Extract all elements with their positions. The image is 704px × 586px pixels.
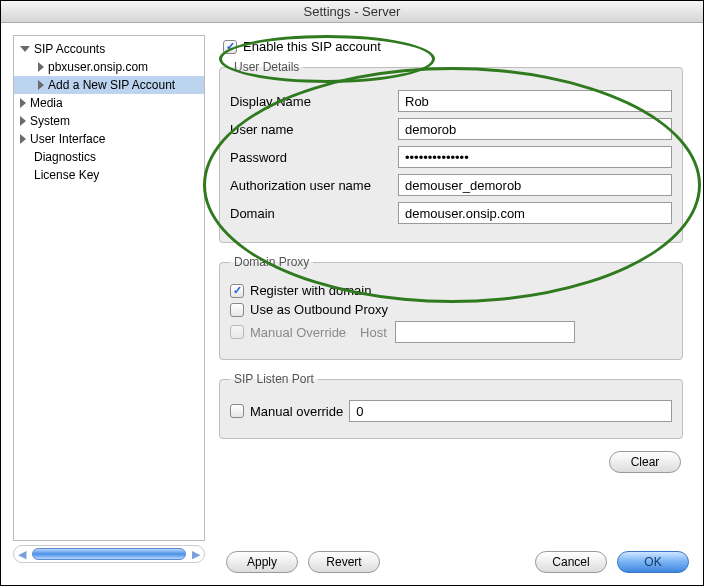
sip-listen-port-group: SIP Listen Port Manual override [219, 372, 683, 439]
tree-label: Diagnostics [34, 150, 96, 164]
auth-user-label: Authorization user name [230, 178, 398, 193]
manual-override-port-label: Manual override [250, 404, 343, 419]
settings-tree[interactable]: SIP Accounts pbxuser.onsip.com Add a New… [13, 35, 205, 541]
tree-item-license-key[interactable]: License Key [14, 166, 204, 184]
ok-button[interactable]: OK [617, 551, 689, 573]
tree-label: pbxuser.onsip.com [48, 60, 148, 74]
scroll-right-icon[interactable]: ▶ [188, 548, 204, 561]
register-domain-checkbox[interactable] [230, 284, 244, 298]
tree-label: Media [30, 96, 63, 110]
chevron-right-icon[interactable] [20, 116, 26, 126]
register-domain-label: Register with domain [250, 283, 371, 298]
window-titlebar: Settings - Server [1, 1, 703, 23]
chevron-right-icon[interactable] [20, 134, 26, 144]
display-name-input[interactable] [398, 90, 672, 112]
host-label: Host [360, 325, 387, 340]
tree-label: System [30, 114, 70, 128]
password-label: Password [230, 150, 398, 165]
horizontal-scrollbar[interactable]: ◀ ▶ [13, 545, 205, 563]
manual-override-port-checkbox[interactable] [230, 404, 244, 418]
domain-input[interactable] [398, 202, 672, 224]
password-input[interactable] [398, 146, 672, 168]
chevron-right-icon[interactable] [20, 98, 26, 108]
tree-item-system[interactable]: System [14, 112, 204, 130]
apply-button[interactable]: Apply [226, 551, 298, 573]
listen-port-input[interactable] [349, 400, 672, 422]
enable-sip-checkbox[interactable] [223, 40, 237, 54]
user-name-input[interactable] [398, 118, 672, 140]
user-name-label: User name [230, 122, 398, 137]
outbound-proxy-label: Use as Outbound Proxy [250, 302, 388, 317]
main-panel: Enable this SIP account User Details Dis… [219, 35, 691, 563]
manual-override-proxy-label: Manual Override [250, 325, 346, 340]
window-title: Settings - Server [304, 4, 401, 19]
content-area: SIP Accounts pbxuser.onsip.com Add a New… [1, 23, 703, 563]
tree-item-diagnostics[interactable]: Diagnostics [14, 148, 204, 166]
tree-label: User Interface [30, 132, 105, 146]
tree-label: License Key [34, 168, 99, 182]
domain-proxy-group: Domain Proxy Register with domain Use as… [219, 255, 683, 360]
tree-item-user-interface[interactable]: User Interface [14, 130, 204, 148]
chevron-right-icon[interactable] [38, 62, 44, 72]
tree-item-sip-accounts[interactable]: SIP Accounts [14, 40, 204, 58]
tree-label: Add a New SIP Account [48, 78, 175, 92]
chevron-right-icon[interactable] [38, 80, 44, 90]
clear-button[interactable]: Clear [609, 451, 681, 473]
auth-user-input[interactable] [398, 174, 672, 196]
chevron-down-icon[interactable] [20, 46, 30, 52]
scroll-left-icon[interactable]: ◀ [14, 548, 30, 561]
revert-button[interactable]: Revert [308, 551, 380, 573]
cancel-button[interactable]: Cancel [535, 551, 607, 573]
tree-item-media[interactable]: Media [14, 94, 204, 112]
proxy-host-input[interactable] [395, 321, 575, 343]
enable-sip-label: Enable this SIP account [243, 39, 381, 54]
bottom-button-bar: Apply Revert Cancel OK [226, 551, 689, 573]
tree-label: SIP Accounts [34, 42, 105, 56]
domain-label: Domain [230, 206, 398, 221]
domain-proxy-legend: Domain Proxy [230, 255, 313, 269]
user-details-group: User Details Display Name User name Pass… [219, 60, 683, 243]
enable-sip-row: Enable this SIP account [223, 39, 691, 54]
outbound-proxy-checkbox[interactable] [230, 303, 244, 317]
manual-override-proxy-checkbox [230, 325, 244, 339]
scroll-thumb[interactable] [32, 548, 186, 560]
user-details-legend: User Details [230, 60, 303, 74]
sidebar: SIP Accounts pbxuser.onsip.com Add a New… [13, 35, 205, 563]
tree-item-add-sip-account[interactable]: Add a New SIP Account [14, 76, 204, 94]
sip-listen-port-legend: SIP Listen Port [230, 372, 318, 386]
display-name-label: Display Name [230, 94, 398, 109]
tree-item-pbxuser[interactable]: pbxuser.onsip.com [14, 58, 204, 76]
